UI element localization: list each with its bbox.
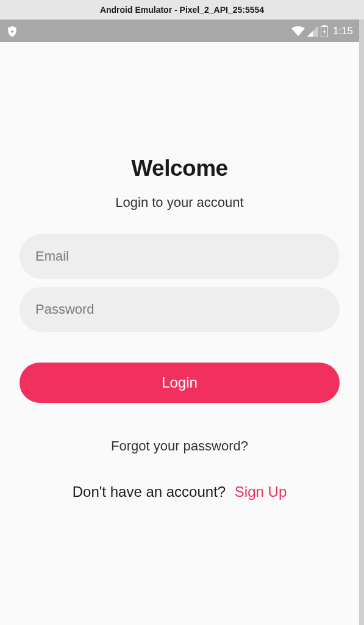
- login-button[interactable]: Login: [20, 363, 340, 403]
- emulator-title: Android Emulator - Pixel_2_API_25:5554: [100, 5, 264, 15]
- scrollbar-edge: [359, 20, 364, 625]
- signup-link[interactable]: Sign Up: [235, 483, 287, 500]
- status-bar: 1:15: [0, 20, 359, 42]
- welcome-section: Welcome Login to your account: [20, 42, 340, 211]
- svg-rect-1: [323, 25, 326, 27]
- status-left: [6, 24, 18, 38]
- battery-charging-icon: [321, 25, 328, 37]
- email-field[interactable]: [20, 234, 340, 279]
- device-frame: 1:15 Welcome Login to your account Login…: [0, 20, 359, 625]
- welcome-subtitle: Login to your account: [20, 195, 340, 211]
- emulator-titlebar: Android Emulator - Pixel_2_API_25:5554: [0, 0, 364, 20]
- shield-icon: [6, 24, 18, 38]
- welcome-title: Welcome: [20, 156, 340, 181]
- password-field[interactable]: [20, 287, 340, 332]
- forgot-password-link[interactable]: Forgot your password?: [20, 438, 340, 454]
- wifi-icon: [291, 26, 305, 37]
- app-content: Welcome Login to your account Login Forg…: [0, 42, 359, 625]
- signup-row: Don't have an account? Sign Up: [20, 483, 340, 500]
- login-form: Login Forgot your password? Don't have a…: [20, 234, 340, 500]
- signup-prompt: Don't have an account?: [73, 483, 226, 500]
- status-time: 1:15: [333, 25, 353, 37]
- cellular-signal-icon: [307, 26, 318, 37]
- status-right: 1:15: [291, 25, 353, 37]
